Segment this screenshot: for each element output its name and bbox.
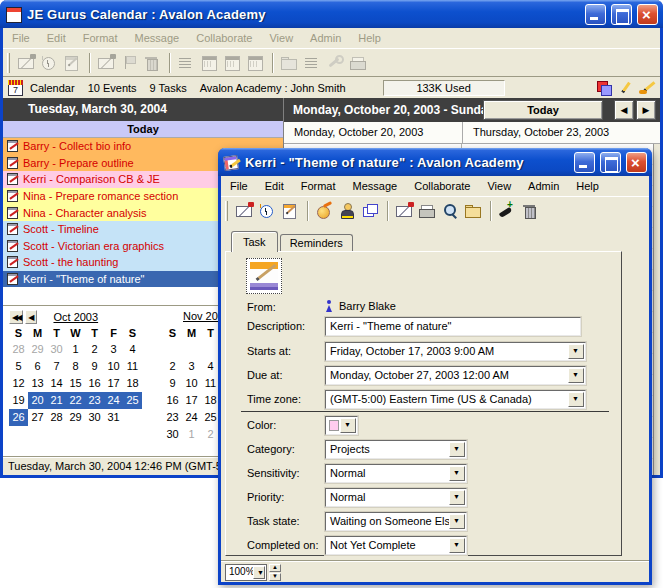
calendar-day[interactable]: 19 (9, 392, 28, 409)
calendar-day[interactable]: 24 (182, 409, 201, 426)
file-icon[interactable] (463, 201, 484, 221)
day-view-icon[interactable] (245, 53, 266, 73)
chevron-down-icon[interactable] (568, 368, 584, 383)
calendar-day[interactable]: 13 (28, 375, 47, 392)
new-reminder-icon[interactable] (39, 53, 60, 73)
toolbar-grip[interactable] (7, 53, 10, 73)
new-reminder-icon[interactable] (257, 201, 278, 221)
calendar-day[interactable]: 22 (66, 392, 85, 409)
calendar-day[interactable]: 12 (9, 375, 28, 392)
spin-down-icon[interactable] (269, 573, 281, 581)
calendar-day[interactable]: 10 (182, 375, 201, 392)
menu-message[interactable]: Message (353, 180, 398, 192)
calendar-day[interactable]: 29 (28, 341, 47, 358)
menu-view[interactable]: View (269, 32, 293, 44)
signature-icon[interactable] (639, 81, 655, 95)
toolbar-grip[interactable] (225, 201, 228, 221)
next-week-icon[interactable]: ▶ (636, 100, 656, 120)
chevron-down-icon[interactable] (449, 490, 465, 505)
prev-week-icon[interactable]: ◀ (614, 100, 634, 120)
list-view-icon[interactable] (176, 53, 197, 73)
calendar-day[interactable]: 26 (9, 409, 28, 426)
main-titlebar[interactable]: JE Gurus Calendar : Avalon Academy (0, 0, 663, 28)
calendar-day[interactable]: 29 (66, 409, 85, 426)
chevron-down-icon[interactable] (568, 344, 584, 359)
calendar-day[interactable]: 9 (163, 375, 182, 392)
calendar-day[interactable]: 2 (85, 341, 104, 358)
calendar-day[interactable]: 11 (123, 358, 142, 375)
layers-icon[interactable] (597, 81, 611, 95)
print-icon[interactable] (348, 53, 369, 73)
calendar-day[interactable]: 23 (85, 392, 104, 409)
menu-edit[interactable]: Edit (265, 180, 284, 192)
print-icon[interactable] (417, 201, 438, 221)
close-icon[interactable] (626, 152, 647, 173)
calendar-day[interactable]: 25 (123, 392, 142, 409)
due-at-select[interactable]: Monday, October 27, 2003 12:00 AM (325, 366, 586, 385)
pencil-icon[interactable] (618, 81, 632, 95)
calendar-day[interactable]: 30 (163, 426, 182, 443)
tools-icon[interactable] (325, 53, 346, 73)
menu-file[interactable]: File (230, 180, 248, 192)
forward-icon[interactable] (360, 201, 381, 221)
menu-view[interactable]: View (487, 180, 511, 192)
dial-icon[interactable] (497, 201, 518, 221)
chevron-down-icon[interactable] (449, 514, 465, 529)
menu-edit[interactable]: Edit (47, 32, 66, 44)
color-select[interactable] (325, 416, 358, 435)
menu-help[interactable]: Help (358, 32, 381, 44)
menu-file[interactable]: File (12, 32, 30, 44)
prev-year-button[interactable] (9, 310, 23, 324)
day-column-header-2[interactable]: Thursday, October 23, 2003 (462, 122, 640, 143)
tab-reminders[interactable]: Reminders (280, 234, 353, 252)
contact-icon[interactable] (314, 201, 335, 221)
calendar-day[interactable]: 28 (47, 409, 66, 426)
day-column-header-1[interactable]: Monday, October 20, 2003 (284, 122, 462, 143)
task-state-select[interactable]: Waiting on Someone Else (325, 512, 467, 531)
maximize-icon[interactable] (611, 4, 632, 25)
calendar-page-icon[interactable]: 7 (8, 80, 23, 96)
starts-at-select[interactable]: Friday, October 17, 2003 9:00 AM (325, 342, 586, 361)
calendar-day[interactable]: 23 (163, 409, 182, 426)
attendee-icon[interactable] (337, 201, 358, 221)
menu-admin[interactable]: Admin (310, 32, 341, 44)
priority-select[interactable]: Normal (325, 488, 467, 507)
description-input[interactable]: Kerri - "Theme of nature" (325, 317, 581, 336)
calendar-day[interactable]: 3 (104, 341, 123, 358)
calendar-day[interactable]: 16 (163, 392, 182, 409)
calendar-day[interactable]: 30 (47, 341, 66, 358)
calendar-day[interactable]: 1 (182, 426, 201, 443)
timezone-select[interactable]: (GMT-5:00) Eastern Time (US & Canada) (325, 390, 586, 409)
menu-help[interactable]: Help (576, 180, 599, 192)
dialog-titlebar[interactable]: Kerri - "Theme of nature" : Avalon Acade… (218, 148, 652, 176)
menu-collaborate[interactable]: Collaborate (196, 32, 252, 44)
category-select[interactable]: Projects (325, 440, 467, 459)
flag-icon[interactable] (119, 53, 140, 73)
tab-task[interactable]: Task (231, 231, 278, 252)
close-icon[interactable] (637, 4, 658, 25)
calendar-day[interactable]: 1 (66, 341, 85, 358)
menu-format[interactable]: Format (301, 180, 336, 192)
chevron-down-icon[interactable] (340, 418, 356, 433)
calendar-day[interactable]: 17 (182, 392, 201, 409)
find-icon[interactable] (440, 201, 461, 221)
prev-month-button[interactable] (25, 310, 37, 324)
completed-on-select[interactable]: Not Yet Complete (325, 536, 467, 555)
week-view-icon[interactable] (222, 53, 243, 73)
calendar-day[interactable]: 15 (66, 375, 85, 392)
today-button[interactable]: Today (483, 100, 603, 120)
chevron-down-icon[interactable] (449, 442, 465, 457)
calendar-day[interactable]: 31 (104, 409, 123, 426)
chevron-down-icon[interactable] (449, 466, 465, 481)
new-task-icon[interactable] (280, 201, 301, 221)
calendar-day[interactable]: 5 (9, 358, 28, 375)
new-event-icon[interactable] (234, 201, 255, 221)
calendar-day[interactable]: 28 (9, 341, 28, 358)
send-message-icon[interactable] (96, 53, 117, 73)
menu-admin[interactable]: Admin (528, 180, 559, 192)
calendar-day[interactable]: 6 (28, 358, 47, 375)
spin-up-icon[interactable] (269, 564, 281, 572)
menu-collaborate[interactable]: Collaborate (414, 180, 470, 192)
calendar-day[interactable]: 9 (85, 358, 104, 375)
chevron-down-icon[interactable] (568, 392, 584, 407)
